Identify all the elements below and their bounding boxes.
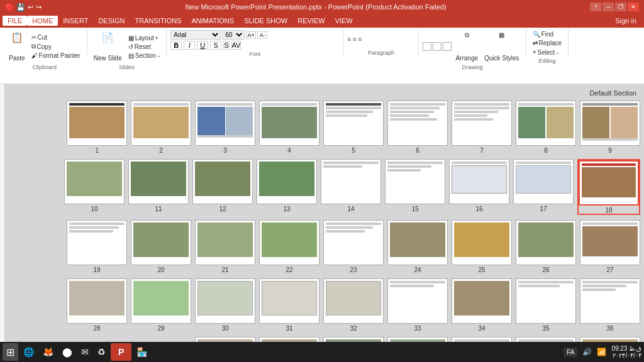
restore-button[interactable]: ❐	[615, 3, 626, 11]
find-button[interactable]: 🔍 Find	[530, 30, 565, 38]
slide-thumb-25[interactable]: 25	[452, 220, 512, 273]
shape-item[interactable]	[443, 42, 452, 51]
font-family-select[interactable]: Arial	[170, 30, 221, 40]
slide-thumb-8[interactable]: 8	[516, 101, 576, 154]
slide-thumb-4[interactable]: 4	[259, 101, 319, 154]
slide-thumb-24[interactable]: 24	[387, 220, 448, 273]
strikethrough-button[interactable]: S	[210, 41, 221, 50]
slide-thumb-22[interactable]: 22	[259, 220, 319, 273]
slide-thumb-6[interactable]: 6	[387, 101, 448, 154]
slide-thumb-15[interactable]: 15	[385, 159, 445, 215]
powerpoint-icon: 🔴	[5, 3, 14, 11]
taskbar-recycle[interactable]: ♻	[94, 343, 109, 361]
slide-thumb-12[interactable]: 12	[192, 159, 253, 215]
ribbon-drawing-group: ⧉ Arrange ▦ Quick Styles Drawing	[419, 29, 526, 57]
network-icon[interactable]: 📶	[597, 348, 606, 356]
menu-insert[interactable]: INSERT	[58, 16, 93, 26]
slide-thumb-9[interactable]: 9	[580, 101, 640, 154]
slide-thumb-18[interactable]: 18	[577, 159, 640, 215]
slide-thumb-30[interactable]: 30	[195, 278, 255, 332]
underline-button[interactable]: U	[197, 41, 208, 50]
format-painter-button[interactable]: 🖌 Format Painter	[29, 52, 83, 60]
help-button[interactable]: ?	[590, 3, 601, 11]
italic-button[interactable]: I	[184, 41, 195, 50]
slide-thumb-17[interactable]: 17	[513, 159, 574, 215]
section-icon: ▤	[128, 52, 134, 59]
menu-review[interactable]: REVIEW	[292, 16, 330, 26]
powerpoint-taskbar-icon: P	[118, 347, 124, 357]
slide-thumb-10[interactable]: 10	[64, 159, 125, 215]
start-button[interactable]: ⊞	[3, 343, 18, 361]
replace-button[interactable]: ⇄ Replace	[530, 39, 565, 47]
slide-thumb-13[interactable]: 13	[257, 159, 317, 215]
bold-button[interactable]: B	[170, 41, 182, 50]
slide-thumb-32[interactable]: 32	[323, 278, 384, 332]
taskbar-chrome[interactable]: ⬤	[58, 343, 76, 361]
clock: 09:23 ق.ظ ۲۰۲۴/۰۴/۰۴	[611, 345, 641, 359]
slide-thumb-7[interactable]: 7	[452, 101, 512, 154]
font-size-select[interactable]: 60	[222, 30, 245, 40]
left-ruler	[0, 84, 5, 347]
slide-thumb-1[interactable]: 1	[67, 101, 127, 154]
slide-thumb-28[interactable]: 28	[67, 278, 127, 332]
font-spacing-button[interactable]: AV	[231, 41, 242, 50]
taskbar-firefox[interactable]: 🦊	[39, 343, 57, 361]
new-slide-button[interactable]: 📄 New Slide	[91, 30, 125, 63]
slide-thumb-27[interactable]: 27	[580, 220, 640, 273]
slide-thumb-26[interactable]: 26	[516, 220, 576, 273]
sign-in[interactable]: Sign in	[615, 17, 641, 25]
close-button[interactable]: ✕	[628, 3, 639, 11]
taskbar-powerpoint[interactable]: P	[111, 343, 131, 361]
paste-button[interactable]: 📋 Paste	[6, 30, 28, 63]
slide-thumb-11[interactable]: 11	[128, 159, 189, 215]
slide-thumb-34[interactable]: 34	[452, 278, 512, 332]
window-title: New Microsoft PowerPoint Presentation.pp…	[42, 3, 590, 11]
menu-design[interactable]: DESIGN	[93, 16, 130, 26]
slide-thumb-29[interactable]: 29	[131, 278, 191, 332]
quick-access-toolbar[interactable]: 🔴 💾 ↩ ↪	[5, 3, 42, 11]
taskbar-store[interactable]: 🏪	[133, 343, 151, 361]
select-button[interactable]: ⌖ Select -	[530, 48, 565, 57]
copy-button[interactable]: ⧉ Copy	[29, 42, 83, 51]
decrease-font-button[interactable]: A-	[257, 31, 267, 39]
arrange-button[interactable]: ⧉ Arrange	[453, 30, 480, 63]
minimize-button[interactable]: ─	[602, 3, 614, 11]
window-controls[interactable]: ? ─ ❐ ✕	[590, 3, 639, 11]
taskbar-email[interactable]: ✉	[77, 343, 92, 361]
redo-icon[interactable]: ↪	[36, 3, 42, 11]
slide-thumb-35[interactable]: 35	[516, 278, 576, 332]
cut-button[interactable]: ✂ Cut	[29, 33, 83, 41]
increase-font-button[interactable]: A+	[246, 31, 256, 39]
shape-item[interactable]	[433, 42, 441, 51]
slide-thumb-20[interactable]: 20	[131, 220, 191, 273]
slide-thumb-14[interactable]: 14	[321, 159, 381, 215]
menu-view[interactable]: VIEW	[330, 16, 358, 26]
menu-slideshow[interactable]: SLIDE SHOW	[239, 16, 292, 26]
save-icon[interactable]: 💾	[16, 3, 25, 11]
menu-animations[interactable]: ANIMATIONS	[187, 16, 240, 26]
layout-button[interactable]: ▦ Layout ▾	[126, 34, 162, 42]
slide-thumb-3[interactable]: 3	[195, 101, 255, 154]
slide-thumb-2[interactable]: 2	[131, 101, 191, 154]
slide-thumb-33[interactable]: 33	[387, 278, 448, 332]
slide-thumb-36[interactable]: 36	[580, 278, 640, 332]
shape-item[interactable]	[423, 42, 431, 51]
menu-file[interactable]: FILE	[3, 16, 27, 26]
menu-home[interactable]: HOME	[27, 16, 58, 26]
slide-thumb-31[interactable]: 31	[259, 278, 319, 332]
slide-thumb-21[interactable]: 21	[195, 220, 255, 273]
slide-grid[interactable]: Default Section 9	[5, 84, 644, 347]
quick-styles-button[interactable]: ▦ Quick Styles	[482, 30, 522, 63]
slide-thumb-23[interactable]: 23	[323, 220, 384, 273]
menu-transitions[interactable]: TRANSITIONS	[130, 16, 187, 26]
slide-thumb-5[interactable]: 5	[323, 101, 384, 154]
slide-thumb-16[interactable]: 16	[449, 159, 509, 215]
taskbar-ie[interactable]: 🌐	[19, 343, 38, 361]
undo-icon[interactable]: ↩	[28, 3, 33, 11]
section-button[interactable]: ▤ Section -	[126, 52, 162, 60]
section-header: Default Section	[9, 88, 640, 98]
reset-button[interactable]: ↺ Reset	[126, 43, 162, 51]
shadow-button[interactable]: S	[223, 41, 229, 50]
slide-thumb-19[interactable]: 19	[67, 220, 127, 273]
volume-icon[interactable]: 🔊	[582, 348, 592, 356]
